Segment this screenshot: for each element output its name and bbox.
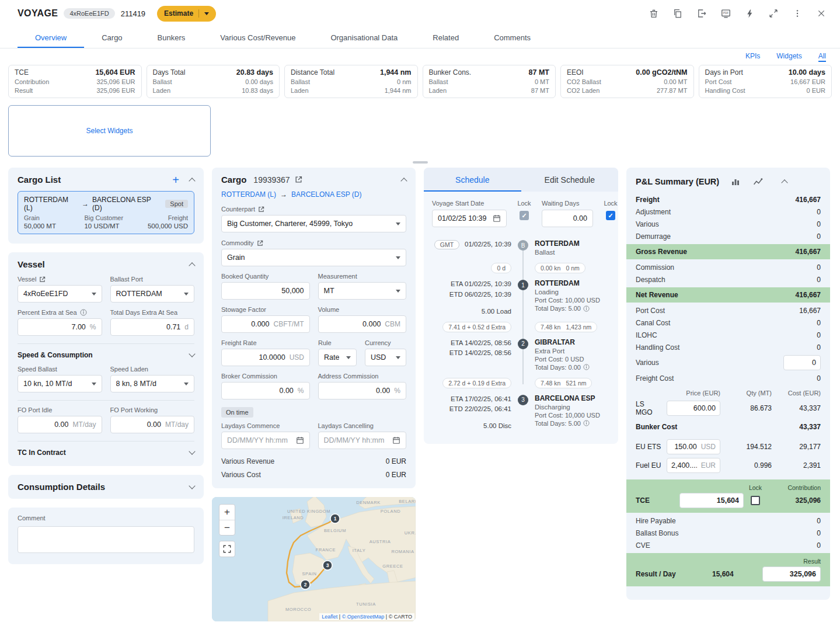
- collapse-chevron-icon[interactable]: [781, 179, 787, 186]
- info-icon[interactable]: [80, 309, 87, 316]
- fullscreen-icon[interactable]: [768, 8, 779, 19]
- tab-schedule[interactable]: Schedule: [424, 168, 521, 192]
- external-link-icon[interactable]: [258, 206, 264, 213]
- tab-related[interactable]: Related: [415, 27, 476, 48]
- rule-select[interactable]: Rate: [318, 349, 357, 366]
- speed-consumption-section[interactable]: Speed & Consumption: [18, 343, 194, 359]
- timeline-node-1[interactable]: 1: [518, 280, 528, 290]
- fo-port-idle-input[interactable]: [23, 420, 68, 429]
- fo-port-working-input[interactable]: [116, 420, 161, 429]
- route-marker-1[interactable]: 1: [330, 514, 340, 523]
- add-cargo-button[interactable]: +: [172, 176, 179, 184]
- map-zoom-out-button[interactable]: −: [219, 520, 235, 535]
- tc-in-contract-section[interactable]: TC In Contract: [18, 441, 194, 457]
- tab-comments[interactable]: Comments: [476, 27, 548, 48]
- more-options-icon[interactable]: [792, 8, 803, 19]
- start-date-lock-checkbox[interactable]: [520, 211, 529, 220]
- cargo-list-item[interactable]: ROTTERDAM (L) → BARCELONA ESP (D) Spot G…: [18, 191, 194, 234]
- address-commission-input[interactable]: [324, 387, 391, 395]
- waiting-days-input[interactable]: [548, 214, 587, 223]
- filter-kpis[interactable]: KPIs: [745, 52, 760, 62]
- stowage-factor-input[interactable]: [227, 320, 270, 328]
- tab-organisational-data[interactable]: Organisational Data: [313, 27, 415, 48]
- result-input[interactable]: [767, 570, 816, 578]
- panel-resize-handle[interactable]: [413, 161, 428, 164]
- chevron-down-icon[interactable]: [189, 482, 195, 489]
- collapse-chevron-icon[interactable]: [400, 178, 407, 184]
- tab-overview[interactable]: Overview: [18, 27, 84, 48]
- pnl-label: Freight: [636, 196, 660, 204]
- pnl-label: Demurrage: [636, 232, 671, 241]
- speed-ballast-select[interactable]: 10 kn, 10 MT/d: [18, 375, 102, 392]
- volume-input[interactable]: [324, 320, 381, 328]
- external-link-icon[interactable]: [257, 240, 263, 246]
- info-icon[interactable]: [583, 364, 590, 370]
- route-to-link[interactable]: BARCELONA ESP (D): [291, 190, 361, 199]
- line-chart-icon[interactable]: [752, 176, 764, 187]
- map-fullscreen-button[interactable]: [219, 541, 235, 557]
- select-widgets-link[interactable]: Select Widgets: [86, 127, 133, 135]
- fuel-eu-price-input[interactable]: [671, 461, 697, 470]
- calendar-icon[interactable]: [493, 214, 501, 223]
- leaflet-link[interactable]: Leaflet: [322, 614, 337, 620]
- estimate-dropdown-button[interactable]: Estimate: [157, 6, 216, 22]
- tab-various-cost-revenue[interactable]: Various Cost/Revenue: [203, 27, 313, 48]
- pdf-export-icon[interactable]: PDF: [720, 8, 731, 19]
- voyage-start-date-label: Voyage Start Date: [432, 200, 507, 207]
- booked-quantity-input[interactable]: [227, 287, 304, 295]
- tab-edit-schedule[interactable]: Edit Schedule: [521, 168, 619, 192]
- filter-widgets[interactable]: Widgets: [776, 52, 801, 62]
- delete-icon[interactable]: [648, 8, 660, 19]
- eu-ets-price-input[interactable]: [671, 443, 697, 451]
- info-icon[interactable]: [583, 420, 590, 426]
- external-link-icon[interactable]: [295, 176, 302, 183]
- map-zoom-in-button[interactable]: +: [219, 505, 235, 520]
- ls-mgo-price-input[interactable]: [671, 404, 716, 412]
- pnl-various-input[interactable]: [788, 359, 816, 367]
- filter-all[interactable]: All: [818, 52, 826, 62]
- osm-link[interactable]: © OpenStreetMap: [342, 614, 385, 620]
- calendar-icon[interactable]: [296, 436, 304, 444]
- timeline-node-3[interactable]: 3: [518, 395, 528, 405]
- collapse-chevron-icon[interactable]: [189, 262, 195, 269]
- currency-select[interactable]: USD: [365, 349, 406, 366]
- waiting-days-lock-checkbox[interactable]: [606, 211, 615, 220]
- info-icon[interactable]: [583, 305, 590, 312]
- speed-laden-select[interactable]: 8 kn, 8 MT/d: [110, 375, 195, 392]
- tab-bunkers[interactable]: Bunkers: [140, 27, 203, 48]
- comment-textarea[interactable]: [18, 526, 194, 553]
- tce-lock-checkbox[interactable]: [751, 496, 760, 505]
- waiting-days-input-wrap: [542, 210, 593, 227]
- tab-cargo[interactable]: Cargo: [84, 27, 140, 48]
- freight-rate-input[interactable]: [227, 353, 285, 362]
- calendar-icon[interactable]: [392, 436, 400, 444]
- route-marker-2[interactable]: 2: [301, 580, 310, 589]
- route-from-link[interactable]: ROTTERDAM (L): [221, 190, 276, 199]
- measurement-select[interactable]: MT: [318, 282, 407, 300]
- timeline-node-ballast[interactable]: B: [518, 240, 528, 251]
- commodity-select[interactable]: Grain: [221, 249, 406, 266]
- timeline-node-2[interactable]: 2: [518, 339, 528, 349]
- vessel-select[interactable]: 4xRoEeE1FD: [18, 285, 102, 303]
- route-map[interactable]: UNITED KINGDOM IRELAND DENMARK POLAND BE…: [212, 497, 416, 621]
- percent-extra-input[interactable]: [23, 323, 86, 331]
- tce-input[interactable]: [684, 496, 739, 505]
- quick-actions-bolt-icon[interactable]: [744, 8, 755, 19]
- broker-commission-input[interactable]: [227, 387, 294, 395]
- close-icon[interactable]: [815, 8, 827, 19]
- counterpart-select[interactable]: Big Customer, Charterer, 45999, Tokyo: [221, 215, 406, 232]
- copy-icon[interactable]: [672, 8, 684, 19]
- caret-down-icon: [396, 356, 400, 359]
- voyage-start-date-input[interactable]: [438, 214, 493, 223]
- laydays-commence-input[interactable]: [227, 436, 296, 444]
- leg-quantity: 5.00 Disc: [432, 422, 511, 429]
- ballast-port-select[interactable]: ROTTERDAM: [110, 285, 195, 303]
- bar-chart-icon[interactable]: [730, 176, 741, 187]
- fuel-eu-cost: 2,391: [776, 461, 821, 470]
- export-icon[interactable]: [696, 8, 707, 19]
- days-extra-input[interactable]: [116, 323, 181, 331]
- collapse-chevron-icon[interactable]: [189, 178, 195, 184]
- route-marker-3[interactable]: 3: [323, 561, 332, 570]
- external-link-icon[interactable]: [39, 276, 46, 283]
- laydays-cancelling-input[interactable]: [324, 436, 393, 444]
